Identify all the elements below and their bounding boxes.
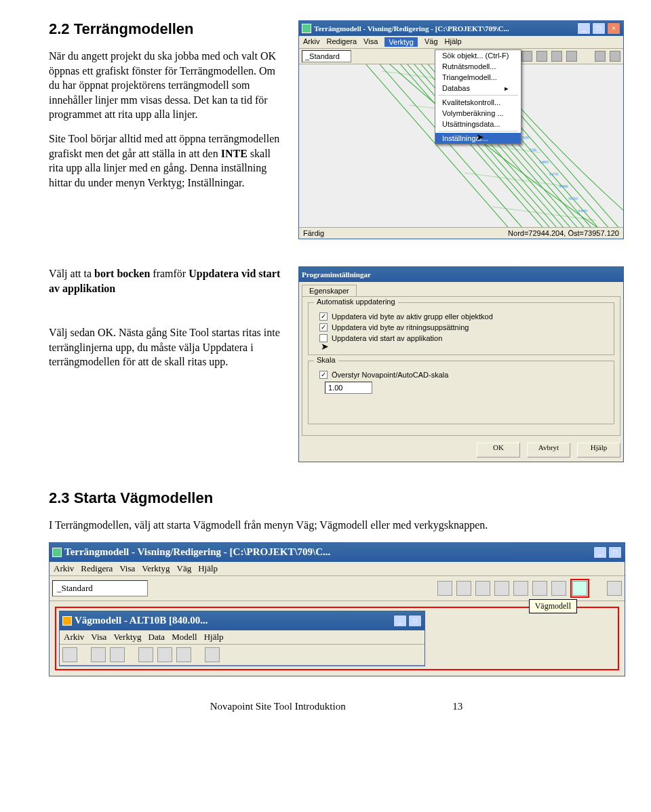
tool-icon[interactable] [521,51,532,62]
inte-bold: INTE [221,148,248,159]
tool-icon[interactable] [532,581,547,596]
tool-icon[interactable] [551,581,566,596]
menu-item[interactable]: Visa [119,563,135,574]
t2: bort bocken [94,268,150,279]
cursor-icon [321,341,330,354]
menu-item[interactable]: Arkiv [64,632,84,643]
menubar-2[interactable]: ArkivRedigeraVisaVerktygVägHjälp [50,562,625,576]
menu-dropdown-item[interactable]: Volymberäkning ... [435,108,521,119]
avbryt-button[interactable]: Avbryt [527,443,570,458]
minimize-button[interactable]: _ [577,22,591,35]
vagmodell-toolbar[interactable] [60,645,425,666]
menu-item[interactable]: Redigera [326,37,357,47]
menu-item[interactable]: Visa [91,632,106,643]
para-2-2-1: När du angett projekt du ska jobba med o… [49,49,286,122]
tool-icon[interactable] [176,647,191,662]
menu-item[interactable]: Hjälp [204,632,224,643]
zoom-in-icon[interactable] [595,51,606,62]
heading-2-2: 2.2 Terrängmodellen [49,20,286,38]
vagmodell-menubar[interactable]: ArkivVisaVerktygDataModellHjälp [60,630,425,645]
layer-select-2[interactable]: _Standard [52,580,148,596]
highlight-vagmodell-window: Vägmodell - ALT10B [840.00... _ □ ArkivV… [55,607,619,670]
tool-icon[interactable] [566,51,577,62]
tool-icon[interactable] [157,647,172,662]
minimize-button[interactable]: _ [393,615,407,627]
menu-dropdown-item[interactable]: Triangelmodell... [435,72,521,83]
tool-icon[interactable] [110,647,125,662]
para-2-2-2: Site Tool börjar alltid med att öppna te… [49,131,286,190]
menu-item[interactable]: Redigera [81,563,113,574]
menu-dropdown-item[interactable]: Databas▸ [435,83,521,94]
menu-item[interactable]: Visa [363,37,378,47]
checkbox-overstyr-skala[interactable]: ✓ [319,371,328,379]
menu-item[interactable]: Modell [172,632,197,643]
group-automatisk-uppdatering: Automatisk uppdatering ✓ Uppdatera vid b… [308,302,614,355]
screenshot-programinstallningar: Programinställningar Egenskaper Automati… [298,266,624,462]
window-title-2: Terrängmodell - Visning/Redigering - [C:… [64,546,593,558]
ok-button[interactable]: OK [477,443,520,458]
cursor-icon [476,131,486,145]
para-2-3-1: I Terrängmodellen, välj att starta Vägmo… [49,518,624,533]
maximize-button[interactable]: □ [408,615,422,627]
svg-text:196: 196 [530,147,537,153]
menu-dropdown-item[interactable]: Sök objekt... (Ctrl-F) [435,50,521,61]
group-label: Automatisk uppdatering [314,298,398,306]
menu-item[interactable]: Hjälp [198,563,218,574]
tool-icon[interactable] [456,581,471,596]
menu-dropdown-item[interactable]: Kvalitetskontroll... [435,97,521,108]
heading-2-3: 2.3 Starta Vägmodellen [49,489,624,507]
app-icon [62,616,72,626]
menu-item[interactable]: Arkiv [54,563,74,574]
menu-item[interactable]: Hjälp [445,37,462,47]
tab-egenskaper[interactable]: Egenskaper [302,285,357,296]
vagmodell-titlebar[interactable]: Vägmodell - ALT10B [840.00... _ □ [60,611,425,630]
menu-item[interactable]: Verktyg [384,37,418,47]
dialog-title: Programinställningar [302,270,620,279]
svg-text:3460: 3460 [558,184,568,189]
zoom-out-icon[interactable] [610,51,620,62]
verktyg-menu-dropdown[interactable]: Sök objekt... (Ctrl-F)Rutnätsmodell...Tr… [435,49,521,144]
tabstrip[interactable]: Egenskaper [299,282,623,296]
menu-item[interactable]: Data [149,632,165,643]
cb3-label: Uppdatera vid start av applikation [332,334,442,342]
tool-icon[interactable] [536,51,547,62]
close-button[interactable]: × [607,22,620,35]
window-titlebar-2[interactable]: Terrängmodell - Visning/Redigering - [C:… [50,543,625,562]
window-title: Terrängmodell - Visning/Redigering - [C:… [314,24,577,33]
cb1-label: Uppdatera vid byte av aktiv grupp eller … [332,312,493,321]
menu-item[interactable]: Väg [425,37,438,47]
footer-page: 13 [452,701,462,712]
tool-icon[interactable] [62,647,77,662]
menu-dropdown-item[interactable]: Rutnätsmodell... [435,61,521,72]
maximize-button[interactable]: □ [608,546,622,559]
zoom-in-icon[interactable] [607,581,622,596]
hjalp-button[interactable]: Hjälp [577,443,620,458]
checkbox-uppdatera-byte-ritningsuppsattning[interactable]: ✓ [319,323,328,331]
menu-item[interactable]: Verktyg [113,632,141,643]
tool-icon[interactable] [475,581,490,596]
tool-icon[interactable] [494,581,509,596]
dialog-titlebar[interactable]: Programinställningar [299,267,623,282]
tool-icon[interactable] [513,581,528,596]
menu-dropdown-item[interactable]: Utsättningsdata... [435,119,521,129]
window-titlebar[interactable]: Terrängmodell - Visning/Redigering - [C:… [299,21,623,36]
svg-text:3450: 3450 [568,196,578,201]
minimize-button[interactable]: _ [593,546,607,559]
t1: Välj att ta [49,268,94,279]
cb2-label: Uppdatera vid byte av ritningsuppsättnin… [332,323,469,331]
layer-select[interactable]: _Standard [302,50,351,62]
menubar[interactable]: ArkivRedigeraVisaVerktygVägHjälp [299,36,623,49]
tool-icon[interactable] [205,647,220,662]
tool-icon[interactable] [437,581,452,596]
menu-item[interactable]: Verktyg [142,563,170,574]
maximize-button[interactable]: □ [592,22,606,35]
tool-icon[interactable] [91,647,106,662]
toolbar-2[interactable]: _Standard Vägmodell [50,576,625,601]
vagmodell-button[interactable] [572,581,587,596]
tool-icon[interactable] [551,51,562,62]
menu-item[interactable]: Arkiv [303,37,319,47]
checkbox-uppdatera-byte-grupp[interactable]: ✓ [319,312,328,321]
skala-textbox[interactable]: 1.00 [325,382,372,394]
menu-item[interactable]: Väg [177,563,192,574]
tool-icon[interactable] [138,647,153,662]
